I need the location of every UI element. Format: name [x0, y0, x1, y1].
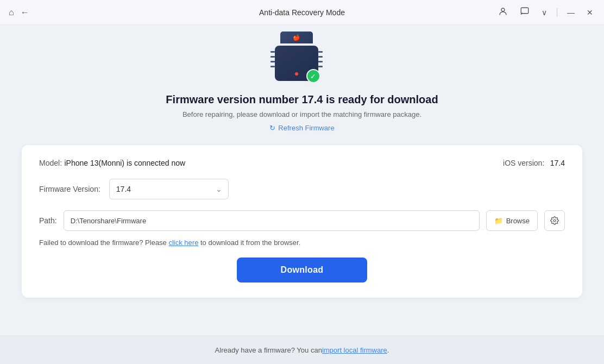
firmware-select-wrapper: 17.4 [109, 179, 229, 199]
path-input[interactable] [64, 210, 480, 231]
settings-button[interactable] [544, 210, 565, 231]
bottom-text-suffix: . [387, 346, 389, 354]
path-row: Path: 📁 Browse [39, 210, 565, 231]
app-title: Anti-data Recovery Mode [259, 8, 345, 17]
titlebar-right: ∨ — ✕ [496, 5, 595, 19]
check-badge-icon: ✓ [306, 69, 320, 83]
home-icon[interactable]: ⌂ [9, 8, 14, 17]
main-card: Model: iPhone 13(Monni) is connected now… [22, 145, 582, 298]
hero-subtitle: Before repairing, please download or imp… [183, 110, 421, 118]
hero-section: 🍎 ✓ Firmware version number 17.4 is read… [166, 41, 438, 132]
svg-point-2 [553, 219, 556, 222]
svg-point-0 [501, 8, 505, 11]
hero-title: Firmware version number 17.4 is ready fo… [166, 93, 438, 106]
chip-top: 🍎 [280, 32, 313, 43]
error-text: Failed to download the firmware? Please [39, 239, 168, 247]
firmware-version-label: Firmware Version: [39, 185, 100, 193]
download-button[interactable]: Download [237, 258, 367, 283]
model-row: Model: iPhone 13(Monni) is connected now… [39, 158, 565, 168]
path-label: Path: [39, 216, 57, 225]
back-icon[interactable]: ← [21, 8, 29, 17]
chat-icon[interactable] [518, 5, 532, 19]
titlebar-separator [557, 8, 557, 17]
error-suffix: to download it from the browser. [198, 239, 300, 247]
click-here-link[interactable]: click here [168, 239, 198, 247]
apple-logo-icon: 🍎 [293, 34, 300, 41]
import-local-firmware-link[interactable]: import local firmware [322, 346, 387, 354]
svg-rect-1 [521, 8, 528, 14]
firmware-row: Firmware Version: 17.4 [39, 179, 565, 199]
firmware-version-select[interactable]: 17.4 [109, 179, 229, 199]
error-row: Failed to download the firmware? Please … [39, 239, 565, 247]
minimize-icon[interactable]: — [565, 7, 577, 18]
titlebar-left: ⌂ ← [9, 8, 29, 17]
bottom-text: Already have a firmware? You can [215, 346, 322, 354]
model-value: iPhone 13(Monni) is connected now [64, 159, 185, 167]
refresh-icon: ↻ [269, 124, 275, 132]
bottom-bar: Already have a firmware? You can import … [0, 336, 604, 364]
browse-button[interactable]: 📁 Browse [486, 210, 538, 231]
model-label: Model: [39, 159, 62, 167]
user-icon[interactable] [496, 5, 510, 19]
refresh-firmware-link[interactable]: ↻ Refresh Firmware [269, 124, 334, 132]
device-icon: 🍎 ✓ [275, 41, 329, 85]
ios-info: iOS version: 17.4 [503, 158, 565, 168]
titlebar: ⌂ ← Anti-data Recovery Mode ∨ — ✕ [0, 0, 604, 25]
close-icon[interactable]: ✕ [584, 7, 595, 18]
ios-label: iOS version: [503, 159, 544, 167]
ios-value: 17.4 [550, 159, 565, 167]
chip-pins-left [270, 51, 275, 67]
content-area: 🍎 ✓ Firmware version number 17.4 is read… [0, 25, 604, 336]
chip-led [295, 72, 298, 76]
folder-icon: 📁 [494, 217, 503, 225]
chip-pins-right [318, 51, 323, 67]
gear-icon [550, 216, 559, 225]
dropdown-icon[interactable]: ∨ [539, 7, 549, 18]
model-info: Model: iPhone 13(Monni) is connected now [39, 158, 185, 168]
